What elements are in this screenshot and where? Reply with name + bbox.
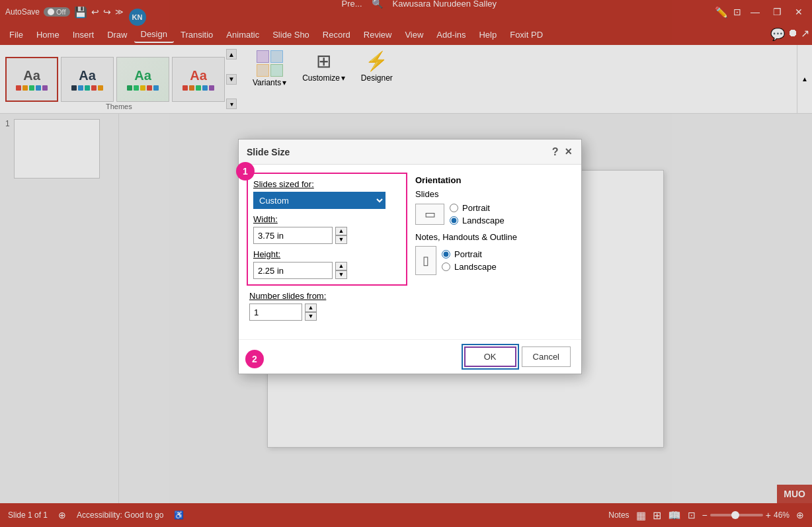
notes-orientation: Notes, Handouts & Outline ▯ Portrait Lan… [415,232,571,275]
number-slides-label: Number slides from: [249,291,405,301]
height-row: ▲ ▼ [253,262,401,279]
notes-portrait-radio[interactable] [442,250,450,259]
dialog-overlay: Slide Size ? × 1 Slides sized for: Custo… [0,0,812,527]
notes-landscape-option[interactable]: Landscape [442,262,497,272]
slides-orient-row: ▭ Portrait Landscape [415,203,571,225]
number-up-button[interactable]: ▲ [305,304,317,312]
number-down-button[interactable]: ▼ [305,312,317,321]
height-spinner: ▲ ▼ [335,262,347,279]
notes-landscape-radio[interactable] [442,263,450,271]
width-label: Width: [253,214,401,224]
dialog-help-button[interactable]: ? [552,146,559,158]
slides-landscape-radio[interactable] [450,216,458,225]
dialog-body: 1 Slides sized for: Custom Standard (4:3… [239,165,581,339]
width-spinner: ▲ ▼ [335,227,347,244]
cancel-button[interactable]: Cancel [522,346,571,367]
field-group-sizedfor: Slides sized for: Custom Standard (4:3) … [249,175,405,283]
number-row: ▲ ▼ [249,304,405,321]
dialog-left: 1 Slides sized for: Custom Standard (4:3… [249,175,405,329]
slides-title: Slides [415,189,571,199]
dialog-title-bar: Slide Size ? × [239,140,581,165]
ok-button[interactable]: OK [464,346,516,367]
annotation-badge-1: 1 [236,162,255,181]
slides-orient-options: Portrait Landscape [450,203,505,225]
slides-orientation: Slides ▭ Portrait Landscape [415,189,571,225]
number-spinner: ▲ ▼ [305,304,317,321]
dialog-title-actions: ? × [552,145,573,159]
size-select[interactable]: Custom Standard (4:3) Widescreen (16:9) … [253,192,386,209]
notes-portrait-option[interactable]: Portrait [442,249,497,259]
field-group-number: Number slides from: ▲ ▼ [249,291,405,321]
width-up-button[interactable]: ▲ [335,227,347,235]
annotation-badge-2: 2 [245,350,264,368]
slides-portrait-radio[interactable] [450,204,458,212]
width-section: Width: ▲ ▼ [253,214,401,244]
dialog-footer: 2 OK Cancel [239,339,581,374]
dialog-title: Slide Size [247,147,290,157]
number-input[interactable] [249,304,302,321]
slides-portrait-option[interactable]: Portrait [450,203,505,213]
height-input[interactable] [253,262,333,279]
height-up-button[interactable]: ▲ [335,262,347,270]
orientation-title: Orientation [415,175,571,185]
width-row: ▲ ▼ [253,227,401,244]
notes-title: Notes, Handouts & Outline [415,232,571,242]
height-down-button[interactable]: ▼ [335,270,347,279]
width-down-button[interactable]: ▼ [335,235,347,244]
landscape-icon: ▭ [415,204,444,225]
slide-size-dialog: Slide Size ? × 1 Slides sized for: Custo… [238,139,582,374]
notes-orient-options: Portrait Landscape [442,249,497,272]
notes-portrait-icon: ▯ [415,246,436,275]
width-input[interactable] [253,227,333,244]
slides-sized-label: Slides sized for: [253,179,401,189]
height-label: Height: [253,249,401,259]
height-section: Height: ▲ ▼ [253,249,401,279]
dialog-right: Orientation Slides ▭ Portrait [415,175,571,329]
slides-landscape-option[interactable]: Landscape [450,216,505,225]
dialog-close-button[interactable]: × [563,145,573,159]
notes-orient-row: ▯ Portrait Landscape [415,246,571,275]
